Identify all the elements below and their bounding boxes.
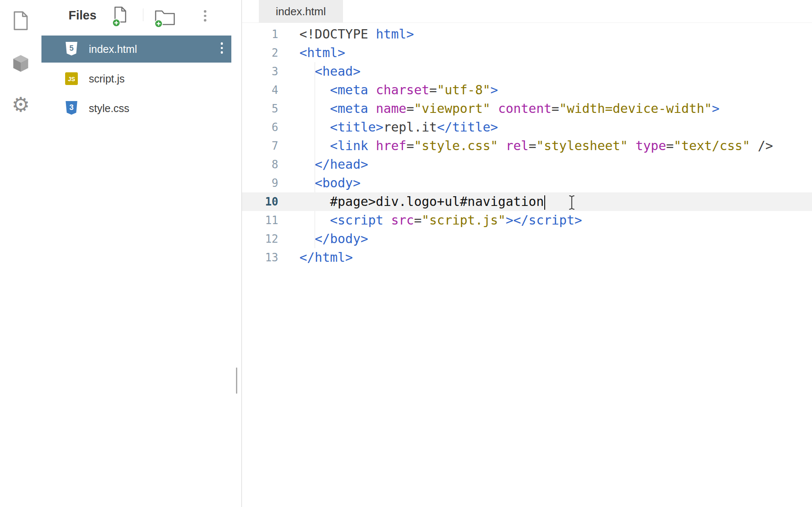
- line-number: 10: [242, 192, 278, 211]
- code-line-text: #page>div.logo+ul#navigation: [299, 192, 545, 211]
- file-item-style.css[interactable]: 3style.css: [41, 95, 231, 122]
- code-line-12[interactable]: 12 </body>: [242, 230, 812, 248]
- line-number: 3: [242, 62, 278, 81]
- code-line-1[interactable]: 1<!DOCTYPE html>: [242, 25, 812, 44]
- code-line-text: <script src="script.js"></script>: [299, 211, 582, 230]
- svg-text:JS: JS: [68, 76, 75, 82]
- file-more-options-icon[interactable]: [218, 41, 226, 55]
- line-number: 12: [242, 230, 278, 248]
- code-line-5[interactable]: 5 <meta name="viewport" content="width=d…: [242, 99, 812, 118]
- html-file-icon: 5: [63, 41, 80, 57]
- tab-index-html[interactable]: index.html: [259, 0, 343, 23]
- svg-text:5: 5: [69, 44, 74, 52]
- code-line-text: <link href="style.css" rel="stylesheet" …: [299, 137, 773, 155]
- code-line-2[interactable]: 2<html>: [242, 44, 812, 62]
- file-name: script.js: [89, 73, 125, 85]
- line-number: 5: [242, 99, 278, 118]
- svg-text:3: 3: [69, 103, 74, 112]
- file-icon[interactable]: [0, 11, 41, 30]
- line-number: 4: [242, 81, 278, 99]
- code-line-8[interactable]: 8 </head>: [242, 155, 812, 174]
- tab-label: index.html: [276, 5, 326, 18]
- line-number: 13: [242, 248, 278, 267]
- css-file-icon: 3: [63, 101, 80, 116]
- file-item-script.js[interactable]: JSscript.js: [41, 65, 231, 92]
- code-line-6[interactable]: 6 <title>repl.it</title>: [242, 118, 812, 137]
- line-number: 6: [242, 118, 278, 137]
- line-number: 7: [242, 137, 278, 155]
- sidebar-resize-handle[interactable]: [236, 367, 237, 394]
- text-caret: [544, 195, 546, 210]
- code-line-4[interactable]: 4 <meta charset="utf-8">: [242, 81, 812, 99]
- code-line-text: </head>: [299, 155, 368, 174]
- js-file-icon: JS: [63, 72, 80, 85]
- code-line-text: <head>: [299, 62, 361, 81]
- code-line-text: </body>: [299, 230, 368, 248]
- files-header: Files: [41, 0, 241, 34]
- header-divider: [143, 8, 143, 21]
- code-line-text: <body>: [299, 174, 361, 192]
- file-item-index.html[interactable]: 5index.html: [41, 36, 231, 63]
- code-line-text: <html>: [299, 44, 345, 62]
- line-number: 8: [242, 155, 278, 174]
- code-line-text: <meta name="viewport" content="width=dev…: [299, 99, 719, 118]
- line-number: 2: [242, 44, 278, 62]
- line-number: 1: [242, 25, 278, 44]
- editor-pane: index.html 1<!DOCTYPE html>2<html>3 <hea…: [242, 0, 812, 507]
- kebab-dots-icon: [201, 9, 209, 22]
- cube-icon: [12, 54, 29, 73]
- line-number: 9: [242, 174, 278, 192]
- packages-icon[interactable]: [0, 54, 41, 73]
- files-sidebar: Files: [41, 0, 241, 507]
- file-name: style.css: [89, 102, 129, 115]
- file-name: index.html: [89, 43, 137, 55]
- code-line-9[interactable]: 9 <body>: [242, 174, 812, 192]
- icon-rail: ⚙: [0, 0, 41, 507]
- code-line-text: <meta charset="utf-8">: [299, 81, 498, 99]
- code-line-13[interactable]: 13</html>: [242, 248, 812, 267]
- files-title: Files: [69, 8, 96, 22]
- more-options-icon[interactable]: [199, 8, 211, 23]
- file-icon: [13, 11, 29, 30]
- code-line-7[interactable]: 7 <link href="style.css" rel="stylesheet…: [242, 137, 812, 155]
- new-folder-icon[interactable]: [154, 8, 176, 30]
- tab-strip: index.html: [242, 0, 812, 23]
- code-line-10[interactable]: 10 #page>div.logo+ul#navigation: [242, 192, 812, 211]
- code-line-11[interactable]: 11 <script src="script.js"></script>: [242, 211, 812, 230]
- code-line-text: <title>repl.it</title>: [299, 118, 498, 137]
- code-line-text: <!DOCTYPE html>: [299, 25, 414, 44]
- file-list: 5index.htmlJSscript.js3style.css: [41, 36, 231, 124]
- settings-icon[interactable]: ⚙: [0, 95, 41, 115]
- line-number: 11: [242, 211, 278, 230]
- new-file-icon[interactable]: [112, 6, 130, 30]
- repl-editor-window: ⚙ Files: [0, 0, 812, 507]
- code-line-text: </html>: [299, 248, 353, 267]
- code-area[interactable]: 1<!DOCTYPE html>2<html>3 <head>4 <meta c…: [242, 23, 812, 267]
- code-line-3[interactable]: 3 <head>: [242, 62, 812, 81]
